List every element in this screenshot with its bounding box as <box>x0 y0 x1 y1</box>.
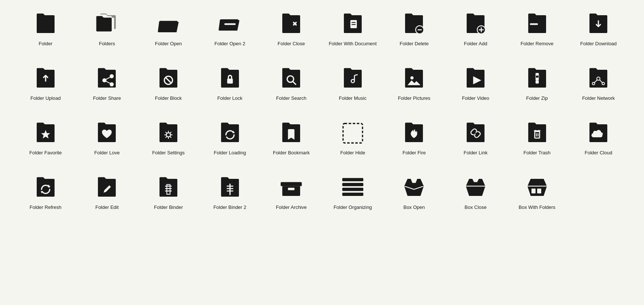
folder-loading-icon <box>217 120 243 146</box>
svg-rect-62 <box>537 188 541 193</box>
folder-music-label: Folder Music <box>339 95 367 102</box>
icon-item-folder-block: Folder Block <box>138 62 199 105</box>
svg-point-10 <box>110 74 114 78</box>
folder-edit-label: Folder Edit <box>95 204 119 211</box>
folder-organizing-icon <box>340 175 366 201</box>
folder-open-2-icon <box>217 11 243 37</box>
folder-share-label: Folder Share <box>93 95 121 102</box>
icon-item-folders: Folders <box>76 7 138 51</box>
folder-open-label: Folder Open <box>155 41 182 47</box>
folder-organizing-label: Folder Organizing <box>334 204 372 211</box>
icon-item-folder-search: Folder Search <box>260 62 322 105</box>
icon-item-folder-bookmark: Folder Bookmark <box>260 117 322 160</box>
icon-item-folder-delete: Folder Delete <box>384 7 445 51</box>
icon-item-folder-favorite: Folder Favorite <box>15 117 76 160</box>
box-open-icon <box>401 175 427 201</box>
folder-download-icon <box>585 11 611 37</box>
folder-trash-icon <box>524 120 550 146</box>
icon-item-folder-trash: Folder Trash <box>506 117 568 160</box>
folder-remove-label: Folder Remove <box>520 41 553 47</box>
folder-open-icon <box>155 11 181 37</box>
svg-rect-25 <box>535 78 539 81</box>
folder-love-icon <box>94 120 120 146</box>
folder-binder-icon <box>155 175 181 201</box>
folders-icon <box>94 11 120 37</box>
folder-settings-label: Folder Settings <box>152 150 184 156</box>
folder-link-label: Folder Link <box>464 150 487 156</box>
svg-rect-35 <box>343 124 363 143</box>
folder-settings-icon <box>155 120 181 146</box>
icon-item-folder-binder-2: Folder Binder 2 <box>199 171 261 214</box>
folder-refresh-label: Folder Refresh <box>30 204 62 211</box>
icon-item-folder-organizing: Folder Organizing <box>322 171 384 214</box>
folder-zip-label: Folder Zip <box>526 95 548 102</box>
folder-with-document-icon <box>340 11 366 37</box>
icon-item-folder-settings: Folder Settings <box>138 117 199 160</box>
folder-add-label: Folder Add <box>464 41 487 47</box>
folder-icon <box>33 11 59 37</box>
folder-close-icon <box>278 11 304 37</box>
folder-cloud-label: Folder Cloud <box>585 150 612 156</box>
svg-point-12 <box>102 78 106 82</box>
svg-rect-55 <box>342 178 363 181</box>
svg-rect-57 <box>342 188 363 191</box>
icon-item-folder-edit: Folder Edit <box>76 171 138 214</box>
folder-love-label: Folder Love <box>94 150 120 156</box>
folder-label: Folder <box>39 41 52 47</box>
icon-item-folder-video: Folder Video <box>445 62 506 105</box>
icon-item-folder-fire: Folder Fire <box>384 117 445 160</box>
folder-search-icon <box>278 66 304 92</box>
folder-search-label: Folder Search <box>276 95 306 102</box>
folder-upload-label: Folder Upload <box>30 95 61 102</box>
svg-point-11 <box>110 82 114 86</box>
icon-item-folder-with-document: Folder With Document <box>322 7 384 51</box>
svg-point-21 <box>411 76 414 79</box>
folder-binder-label: Folder Binder <box>154 204 183 211</box>
icon-item-folder-cloud: Folder Cloud <box>568 117 629 160</box>
icon-item-folder-loading: Folder Loading <box>199 117 261 160</box>
folder-pictures-label: Folder Pictures <box>398 95 430 102</box>
folder-fire-label: Folder Fire <box>402 150 426 156</box>
svg-point-27 <box>597 77 600 81</box>
icon-item-folder-download: Folder Download <box>568 7 629 51</box>
box-with-folders-icon <box>524 175 550 201</box>
svg-rect-17 <box>227 79 233 83</box>
svg-rect-52 <box>281 182 302 186</box>
folder-lock-icon <box>217 66 243 92</box>
folders-label: Folders <box>99 41 115 47</box>
icon-item-folder-share: Folder Share <box>76 62 138 105</box>
folder-block-icon <box>155 66 181 92</box>
folder-link-icon <box>463 120 489 146</box>
folder-with-document-label: Folder With Document <box>329 41 377 47</box>
folder-block-label: Folder Block <box>155 95 182 102</box>
icon-item-folder-network: Folder Network <box>568 62 629 105</box>
folder-bookmark-icon <box>278 120 304 146</box>
folder-favorite-icon <box>33 120 59 146</box>
folder-download-label: Folder Download <box>580 41 617 47</box>
icon-item-folder-zip: Folder Zip <box>506 62 568 105</box>
icon-item-box-with-folders: Box With Folders <box>506 171 568 214</box>
folder-network-label: Folder Network <box>582 95 615 102</box>
box-close-label: Box Close <box>464 204 486 211</box>
icon-item-folder-upload: Folder Upload <box>15 62 76 105</box>
folder-video-icon <box>463 66 489 92</box>
folder-open-2-label: Folder Open 2 <box>214 41 245 47</box>
svg-rect-58 <box>342 193 363 196</box>
icon-item-folder-binder: Folder Binder <box>138 171 199 214</box>
icon-item-folder-open-2: Folder Open 2 <box>199 7 261 51</box>
icon-item-folder-add: Folder Add <box>445 7 506 51</box>
icon-item-box-open: Box Open <box>384 171 445 214</box>
folder-video-label: Folder Video <box>462 95 489 102</box>
box-close-icon <box>463 175 489 201</box>
folder-share-icon <box>94 66 120 92</box>
icon-item-folder-lock: Folder Lock <box>199 62 261 105</box>
folder-fire-icon <box>401 120 427 146</box>
icon-item-folder-love: Folder Love <box>76 117 138 160</box>
folder-remove-icon <box>524 11 550 37</box>
folder-hide-label: Folder Hide <box>340 150 365 156</box>
icon-item-folder-link: Folder Link <box>445 117 506 160</box>
folder-add-icon <box>463 11 489 37</box>
folder-delete-label: Folder Delete <box>400 41 428 47</box>
box-with-folders-label: Box With Folders <box>519 204 555 211</box>
icon-item-box-close: Box Close <box>445 171 506 214</box>
